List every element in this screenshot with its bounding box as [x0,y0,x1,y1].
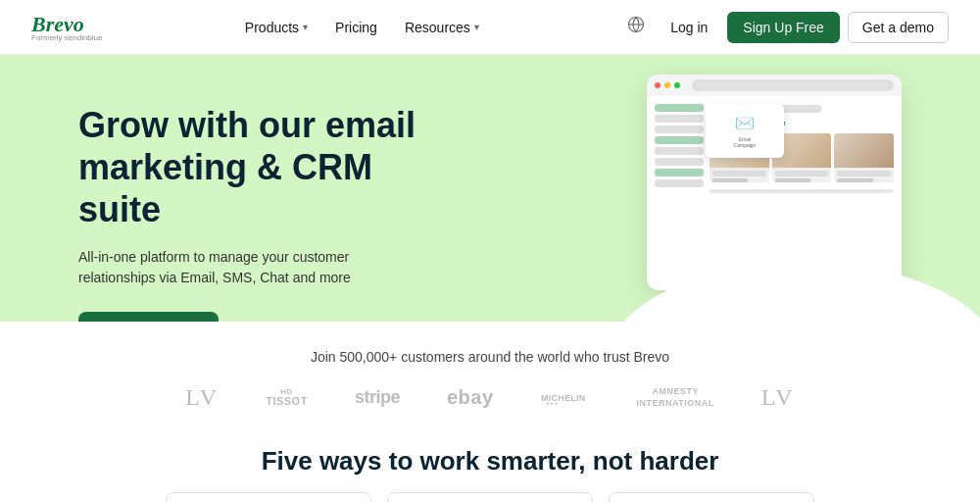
hero-cta-button[interactable]: Sign up free [78,312,219,322]
mock-card-price [837,178,872,182]
nav-links: Products ▾ Pricing Resources ▾ [233,14,491,41]
mock-email-label: EmailCampaign [734,136,757,148]
brand-logo-michelin: MICHELIN ★★★ [541,388,590,408]
browser-dot-green [674,82,680,88]
mock-sidebar-item [655,126,704,133]
brand-logo-stripe: stripe [355,387,400,408]
trust-section: Join 500,000+ customers around the world… [0,322,980,430]
mock-card-price [775,178,810,182]
browser-url-bar [692,79,894,91]
hero-subtitle: All-in-one platform to manage your custo… [78,247,372,288]
nav-pricing[interactable]: Pricing [323,14,389,41]
brand-logo-ebay: ebay [447,386,494,409]
nav-resources[interactable]: Resources ▾ [393,14,491,41]
hero-mockup: WoodWorks New collection, Summer 12 [647,75,902,290]
language-button[interactable] [621,10,651,44]
signup-button[interactable]: Sign Up Free [727,12,839,43]
brand-logos-row: LV HD TISSOT stripe ebay MICHELIN ★★★ AM… [39,384,941,411]
conversations-platform-card[interactable]: Conversations Platform [609,492,814,502]
mock-product-card [834,133,894,182]
mock-card-label [775,171,829,176]
platform-cards-row: Marketing Platform Sales Platform Conver… [39,492,941,502]
browser-dot-red [655,82,661,88]
mock-card-price [712,178,748,182]
hero-text: Grow with our email marketing & CRM suit… [78,94,451,322]
hero-title: Grow with our email marketing & CRM suit… [78,104,451,231]
mock-sidebar-item [655,147,704,155]
mock-sidebar-item [655,104,704,112]
email-icon: ✉️ [735,114,755,132]
navbar: Brevo Formerly sendinblue Products ▾ Pri… [0,0,980,55]
brand-logo-amnesty: AMNESTYINTERNATIONAL [637,386,714,409]
mock-sidebar-item [655,169,704,176]
mock-card-label [712,171,766,176]
mock-browser-bar [647,75,902,96]
mock-sidebar-item [655,136,704,144]
brand-logo-tissot: HD TISSOT [266,388,308,407]
mock-sidebar-item [655,158,704,166]
mock-sidebar [655,104,704,282]
trust-tagline: Join 500,000+ customers around the world… [39,349,941,365]
chevron-down-icon: ▾ [303,22,308,32]
platform-section: Five ways to work smarter, not harder Ma… [0,430,980,502]
logo: Brevo Formerly sendinblue [31,12,102,42]
nav-actions: Log in Sign Up Free Get a demo [621,10,949,44]
svg-text:★★★: ★★★ [546,400,559,405]
demo-button[interactable]: Get a demo [848,12,949,43]
mock-email-overlay: ✉️ EmailCampaign [706,104,784,158]
login-button[interactable]: Log in [659,14,719,41]
sales-platform-card[interactable]: Sales Platform [387,492,593,502]
hero-section: Grow with our email marketing & CRM suit… [0,55,980,322]
brand-logo-lv2: LV [761,384,795,411]
mock-divider [710,189,894,193]
logo-formerly: Formerly sendinblue [31,33,102,42]
mock-sidebar-item [655,179,704,187]
mock-card-image [834,133,894,168]
marketing-platform-card[interactable]: Marketing Platform [166,492,371,502]
mock-content: WoodWorks New collection, Summer 12 [647,96,902,290]
nav-products[interactable]: Products ▾ [233,14,319,41]
mock-card-label [837,171,891,176]
platform-section-title: Five ways to work smarter, not harder [39,446,941,477]
brand-logo-lv1: LV [185,384,219,411]
browser-dot-yellow [664,82,670,88]
mock-sidebar-item [655,115,704,123]
chevron-down-icon: ▾ [474,22,479,32]
